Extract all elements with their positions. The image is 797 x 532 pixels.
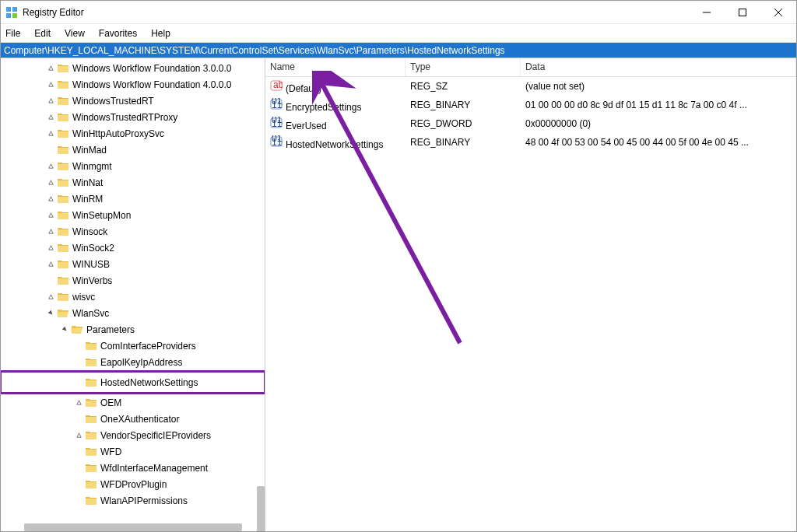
tree-vscroll-thumb[interactable]: [257, 486, 265, 531]
tree-item[interactable]: WinHttpAutoProxySvc: [1, 125, 265, 142]
svg-text:110: 110: [272, 137, 283, 148]
expander-icon[interactable]: [44, 179, 57, 186]
menu-favorites[interactable]: Favorites: [99, 28, 137, 39]
value-type-icon: ab: [270, 79, 283, 92]
tree-item[interactable]: WinMad: [1, 142, 265, 158]
list-panel[interactable]: Name Type Data ab(Default)REG_SZ(value n…: [265, 58, 796, 531]
expander-icon[interactable]: [44, 81, 57, 88]
col-header-name[interactable]: Name: [265, 58, 406, 76]
tree-item-label: Windows Workflow Foundation 4.0.0.0: [72, 79, 232, 90]
tree-item[interactable]: WFD: [1, 443, 265, 460]
address-bar[interactable]: Computer\HKEY_LOCAL_MACHINE\SYSTEM\Curre…: [1, 43, 796, 58]
expander-icon[interactable]: [44, 310, 57, 317]
col-header-type[interactable]: Type: [406, 58, 521, 76]
folder-icon: [57, 62, 69, 75]
app-icon: [5, 6, 18, 19]
tree-item[interactable]: Windows Workflow Foundation 4.0.0.0: [1, 76, 265, 93]
folder-icon: [85, 413, 97, 425]
folder-icon: [57, 128, 69, 140]
expander-icon[interactable]: [44, 293, 57, 300]
tree-item[interactable]: WfdInterfaceManagement: [1, 460, 265, 476]
tree-item[interactable]: wisvc: [1, 289, 265, 305]
minimize-button[interactable]: [689, 1, 725, 23]
tree-item-label: WindowsTrustedRTProxy: [72, 112, 177, 123]
expander-icon[interactable]: [44, 114, 57, 121]
tree-item[interactable]: WindowsTrustedRTProxy: [1, 109, 265, 125]
tree-item-label: OneXAuthenticator: [100, 414, 179, 425]
folder-icon: [85, 397, 97, 409]
folder-icon: [57, 275, 69, 287]
expander-icon[interactable]: [44, 261, 57, 268]
expander-icon[interactable]: [44, 195, 57, 202]
tree-item[interactable]: WinVerbs: [1, 272, 265, 289]
svg-rect-3: [12, 13, 17, 18]
expander-icon[interactable]: [44, 130, 57, 137]
close-button[interactable]: [760, 1, 796, 23]
expander-icon[interactable]: [44, 163, 57, 170]
expander-icon[interactable]: [44, 244, 57, 251]
tree-item[interactable]: HostedNetworkSettings: [1, 372, 265, 393]
tree-item-label: WinNat: [72, 177, 103, 188]
tree-item-label: Parameters: [86, 324, 135, 335]
svg-text:110: 110: [272, 100, 283, 110]
content-area: Windows Workflow Foundation 3.0.0.0Windo…: [1, 58, 796, 531]
list-row[interactable]: ab(Default)REG_SZ(value not set): [265, 77, 796, 96]
tree-item[interactable]: Winsock: [1, 223, 265, 240]
menu-file[interactable]: File: [5, 28, 20, 39]
svg-text:110: 110: [272, 118, 283, 129]
tree-item-label: Winmgmt: [72, 161, 112, 172]
expander-icon[interactable]: [72, 399, 85, 406]
tree-hscroll-thumb[interactable]: [24, 523, 242, 531]
expander-icon[interactable]: [44, 228, 57, 235]
menu-bar: File Edit View Favorites Help: [1, 24, 796, 43]
tree-item-label: WfdInterfaceManagement: [100, 463, 208, 474]
tree-item[interactable]: WlanAPIPermissions: [1, 492, 265, 509]
tree-item[interactable]: EapolKeyIpAddress: [1, 354, 265, 370]
tree-item-label: wisvc: [72, 292, 95, 303]
expander-icon[interactable]: [44, 65, 57, 72]
list-row[interactable]: 011110EncryptedSettingsREG_BINARY01 00 0…: [265, 96, 796, 114]
tree-item[interactable]: Parameters: [1, 321, 265, 338]
tree-item-label: WFD: [100, 446, 121, 457]
tree-item[interactable]: WinSetupMon: [1, 207, 265, 223]
expander-icon[interactable]: [72, 432, 85, 439]
folder-icon: [57, 111, 69, 124]
menu-help[interactable]: Help: [151, 28, 170, 39]
svg-rect-1: [12, 7, 17, 12]
tree-item[interactable]: WinSock2: [1, 240, 265, 256]
tree-item[interactable]: WindowsTrustedRT: [1, 93, 265, 109]
value-type: REG_BINARY: [406, 137, 521, 148]
menu-edit[interactable]: Edit: [34, 28, 51, 39]
tree-item[interactable]: WlanSvc: [1, 305, 265, 321]
expander-icon[interactable]: [58, 326, 71, 333]
menu-view[interactable]: View: [65, 28, 85, 39]
list-row[interactable]: 011110EverUsedREG_DWORD0x00000000 (0): [265, 114, 796, 133]
tree-item[interactable]: WinNat: [1, 174, 265, 191]
tree-item[interactable]: Windows Workflow Foundation 3.0.0.0: [1, 60, 265, 76]
folder-icon: [85, 340, 97, 352]
tree-item[interactable]: WFDProvPlugin: [1, 476, 265, 492]
tree-item[interactable]: OneXAuthenticator: [1, 411, 265, 427]
tree-item[interactable]: OEM: [1, 394, 265, 411]
window-title: Registry Editor: [23, 7, 689, 18]
tree-item[interactable]: WINUSB: [1, 256, 265, 272]
tree-item[interactable]: VendorSpecificIEProviders: [1, 427, 265, 443]
expander-icon[interactable]: [44, 97, 57, 104]
maximize-button[interactable]: [725, 1, 760, 23]
folder-icon: [57, 258, 69, 271]
expander-icon[interactable]: [44, 212, 57, 219]
folder-icon: [57, 160, 69, 173]
tree-item-label: WinSock2: [72, 243, 114, 254]
tree-panel[interactable]: Windows Workflow Foundation 3.0.0.0Windo…: [1, 58, 265, 531]
folder-icon: [57, 242, 69, 254]
col-header-data[interactable]: Data: [521, 58, 796, 76]
tree-item[interactable]: WinRM: [1, 191, 265, 207]
folder-icon: [85, 446, 97, 458]
value-type-icon: 011110: [270, 117, 283, 129]
list-row[interactable]: 011110HostedNetworkSettingsREG_BINARY48 …: [265, 133, 796, 152]
tree-item[interactable]: ComInterfaceProviders: [1, 338, 265, 354]
tree-item-label: HostedNetworkSettings: [100, 377, 198, 388]
tree-item[interactable]: Winmgmt: [1, 158, 265, 174]
folder-icon: [85, 356, 97, 369]
value-name: EverUsed: [286, 121, 327, 131]
